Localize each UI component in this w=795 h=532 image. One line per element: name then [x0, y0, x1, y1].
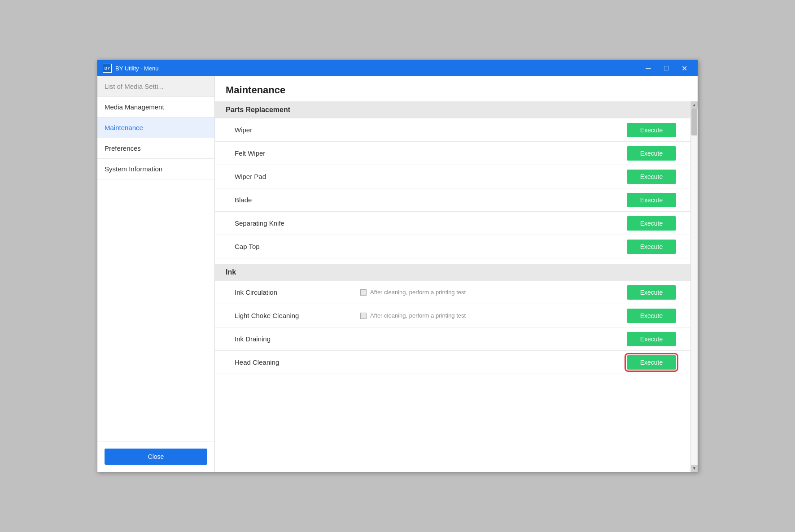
scrollbar[interactable]: ▲ ▼ — [690, 101, 698, 472]
execute-button-ink-circulation[interactable]: Execute — [627, 285, 676, 300]
scrollbar-track — [691, 109, 698, 465]
checkbox-label-light-choke-cleaning: After cleaning, perform a printing test — [370, 312, 466, 319]
item-action-cap-top: Execute — [627, 240, 676, 254]
window-body: List of Media Setti... Media Management … — [97, 76, 698, 472]
item-action-ink-draining: Execute — [627, 332, 676, 346]
page-title: Maintenance — [215, 76, 698, 101]
item-action-blade: Execute — [627, 193, 676, 207]
section-header-parts-replacement: Parts Replacement — [215, 101, 690, 118]
item-label-ink-draining: Ink Draining — [235, 335, 360, 343]
item-label-ink-circulation: Ink Circulation — [235, 288, 360, 296]
execute-button-wiper-pad[interactable]: Execute — [627, 170, 676, 184]
checkbox-label-ink-circulation: After cleaning, perform a printing test — [370, 289, 466, 296]
window-controls: ─ □ ✕ — [640, 62, 692, 74]
item-action-wiper-pad: Execute — [627, 170, 676, 184]
execute-button-wiper[interactable]: Execute — [627, 123, 676, 137]
scrollbar-thumb[interactable] — [691, 109, 697, 135]
minimize-button[interactable]: ─ — [640, 62, 656, 74]
list-item: Light Choke Cleaning After cleaning, per… — [215, 304, 690, 327]
list-item: Cap Top Execute — [215, 235, 690, 258]
item-action-wiper: Execute — [627, 123, 676, 137]
item-label-light-choke-cleaning: Light Choke Cleaning — [235, 312, 360, 319]
title-bar: BY BY Utility - Menu ─ □ ✕ — [97, 60, 698, 76]
list-item: Wiper Pad Execute — [215, 165, 690, 188]
item-label-head-cleaning: Head Cleaning — [235, 358, 360, 366]
item-label-cap-top: Cap Top — [235, 243, 360, 250]
checkbox-ink-circulation[interactable] — [360, 289, 367, 296]
scrollbar-down-arrow[interactable]: ▼ — [691, 465, 698, 472]
sidebar-item-maintenance[interactable]: Maintenance — [97, 118, 214, 138]
list-item: Ink Draining Execute — [215, 327, 690, 351]
sidebar-item-media-management[interactable]: Media Management — [97, 97, 214, 118]
close-button[interactable]: Close — [105, 449, 207, 465]
content-with-scrollbar: Parts Replacement Wiper Execute Felt Wip… — [215, 101, 698, 472]
app-icon: BY — [103, 64, 112, 73]
sidebar-item-list-of-media[interactable]: List of Media Setti... — [97, 76, 214, 97]
maximize-button[interactable]: □ — [658, 62, 674, 74]
sidebar-item-system-information[interactable]: System Information — [97, 159, 214, 179]
execute-button-blade[interactable]: Execute — [627, 193, 676, 207]
sidebar: List of Media Setti... Media Management … — [97, 76, 215, 472]
item-action-ink-circulation: Execute — [627, 285, 676, 300]
main-content: Maintenance Parts Replacement Wiper Exec… — [215, 76, 698, 472]
list-item: Head Cleaning Execute — [215, 351, 690, 374]
item-middle-light-choke-cleaning: After cleaning, perform a printing test — [360, 312, 627, 319]
window-close-button[interactable]: ✕ — [676, 62, 692, 74]
scrollbar-up-arrow[interactable]: ▲ — [691, 101, 698, 109]
sidebar-item-preferences[interactable]: Preferences — [97, 138, 214, 159]
execute-button-felt-wiper[interactable]: Execute — [627, 146, 676, 161]
list-item: Blade Execute — [215, 188, 690, 212]
item-action-separating-knife: Execute — [627, 216, 676, 231]
section-header-ink: Ink — [215, 264, 690, 281]
execute-button-cap-top[interactable]: Execute — [627, 240, 676, 254]
list-item: Wiper Execute — [215, 118, 690, 142]
item-action-head-cleaning: Execute — [627, 355, 676, 370]
sidebar-footer: Close — [97, 441, 214, 472]
item-action-light-choke-cleaning: Execute — [627, 309, 676, 323]
item-label-separating-knife: Separating Knife — [235, 219, 360, 227]
execute-button-ink-draining[interactable]: Execute — [627, 332, 676, 346]
execute-button-separating-knife[interactable]: Execute — [627, 216, 676, 231]
item-action-felt-wiper: Execute — [627, 146, 676, 161]
list-item: Ink Circulation After cleaning, perform … — [215, 281, 690, 304]
execute-button-head-cleaning[interactable]: Execute — [627, 355, 676, 370]
list-item: Separating Knife Execute — [215, 212, 690, 235]
item-label-blade: Blade — [235, 196, 360, 204]
checkbox-light-choke-cleaning[interactable] — [360, 313, 367, 319]
window-title: BY Utility - Menu — [115, 65, 640, 72]
item-label-felt-wiper: Felt Wiper — [235, 149, 360, 157]
content-scroll: Parts Replacement Wiper Execute Felt Wip… — [215, 101, 690, 472]
list-item: Felt Wiper Execute — [215, 142, 690, 165]
execute-button-light-choke-cleaning[interactable]: Execute — [627, 309, 676, 323]
item-label-wiper-pad: Wiper Pad — [235, 173, 360, 180]
item-label-wiper: Wiper — [235, 126, 360, 134]
sidebar-nav: List of Media Setti... Media Management … — [97, 76, 214, 441]
main-window: BY BY Utility - Menu ─ □ ✕ List of Media… — [97, 60, 698, 472]
item-middle-ink-circulation: After cleaning, perform a printing test — [360, 289, 627, 296]
